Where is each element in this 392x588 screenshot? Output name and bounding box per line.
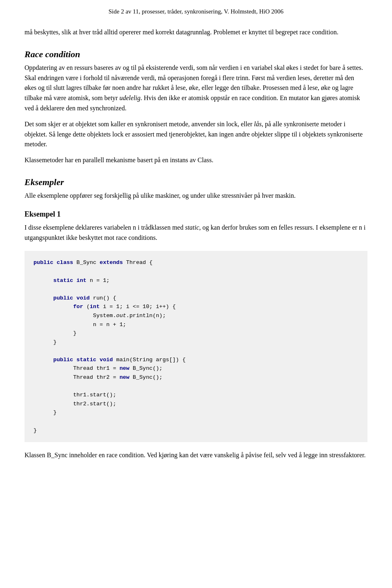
intro-p1: må beskyttes, slik at hver tråd alltid o… xyxy=(24,27,368,38)
intro-p2: Oppdatering av en ressurs baseres av og … xyxy=(24,63,368,114)
header-title: Side 2 av 11, prosesser, tråder, synkron… xyxy=(109,8,283,15)
intro-p3: Det som skjer er at objektet som kaller … xyxy=(24,119,368,150)
race-condition-heading: Race condition xyxy=(24,49,368,60)
intro-p7: Klassen B_Sync inneholder en race condit… xyxy=(24,450,368,461)
intro-p5: Alle eksemplene oppfører seg forskjellig… xyxy=(24,191,368,201)
intro-p6: I disse eksemplene deklareres variabelen… xyxy=(24,223,368,243)
intro-p4: Klassemetoder har en parallell mekanisme… xyxy=(24,155,368,165)
eksempler-heading: Eksempler xyxy=(24,177,368,188)
code-block: public class B_Sync extends Thread { sta… xyxy=(24,251,368,442)
eksempel1-heading: Eksempel 1 xyxy=(24,210,368,219)
page-container: Side 2 av 11, prosesser, tråder, synkron… xyxy=(0,0,392,483)
page-header: Side 2 av 11, prosesser, tråder, synkron… xyxy=(24,8,368,15)
